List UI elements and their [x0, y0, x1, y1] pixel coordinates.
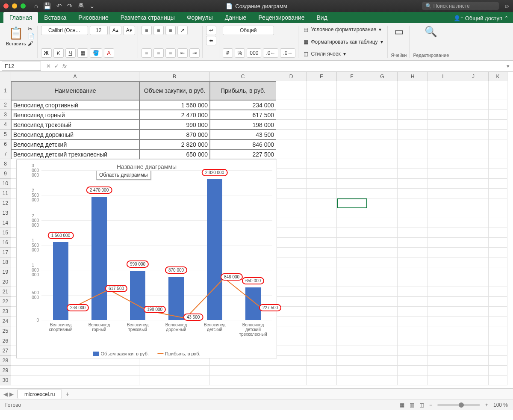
- cell[interactable]: 617 500: [210, 110, 276, 120]
- cell[interactable]: [276, 100, 307, 110]
- comma-button[interactable]: 000: [247, 48, 261, 58]
- cell[interactable]: [458, 149, 489, 159]
- cell[interactable]: [428, 189, 458, 198]
- cell[interactable]: [367, 336, 398, 346]
- cell[interactable]: [337, 120, 367, 130]
- cell[interactable]: [276, 248, 307, 257]
- cell[interactable]: [489, 189, 507, 198]
- cell[interactable]: [307, 267, 337, 277]
- cell[interactable]: [458, 198, 489, 208]
- cell[interactable]: 1 560 000: [139, 100, 210, 110]
- cell[interactable]: [458, 307, 489, 316]
- cell[interactable]: [337, 179, 367, 189]
- paste-icon[interactable]: 📋: [9, 26, 24, 40]
- cell[interactable]: [489, 81, 507, 100]
- cell[interactable]: [367, 248, 398, 257]
- cell[interactable]: [307, 208, 337, 218]
- close-icon[interactable]: [3, 3, 9, 9]
- tab-formulas[interactable]: Формулы: [181, 12, 219, 23]
- bold-button[interactable]: Ж: [41, 48, 52, 58]
- cell[interactable]: [307, 238, 337, 248]
- cell[interactable]: [367, 228, 398, 238]
- cell[interactable]: [337, 110, 367, 120]
- merge-button[interactable]: ⬌: [206, 36, 216, 45]
- cell[interactable]: [307, 307, 337, 316]
- cell[interactable]: [276, 149, 307, 159]
- cell[interactable]: [337, 297, 367, 307]
- cell[interactable]: [367, 159, 398, 169]
- row-header[interactable]: 21: [0, 287, 11, 297]
- cell[interactable]: [337, 287, 367, 297]
- share-button[interactable]: 👤⁺Общий доступ ⌃: [449, 13, 513, 23]
- row-header[interactable]: 24: [0, 316, 11, 326]
- cell[interactable]: 227 500: [210, 149, 276, 159]
- underline-button[interactable]: Ч: [65, 48, 76, 58]
- cell[interactable]: [139, 366, 210, 376]
- formula-input[interactable]: [70, 65, 503, 67]
- chart[interactable]: Название диаграммы Область диаграммы 050…: [16, 160, 277, 358]
- cell[interactable]: [337, 81, 367, 100]
- cell[interactable]: Велосипед детский: [11, 139, 139, 149]
- cell[interactable]: [489, 277, 507, 287]
- cell[interactable]: 650 000: [139, 149, 210, 159]
- row-header[interactable]: 17: [0, 248, 11, 257]
- cell[interactable]: [367, 316, 398, 326]
- cell[interactable]: Велосипед дорожный: [11, 130, 139, 139]
- cell[interactable]: 2 470 000: [139, 110, 210, 120]
- cell[interactable]: [458, 336, 489, 346]
- cell[interactable]: [458, 120, 489, 130]
- row-header[interactable]: 29: [0, 366, 11, 376]
- cell[interactable]: [458, 169, 489, 179]
- cell[interactable]: [276, 159, 307, 169]
- cell[interactable]: [276, 297, 307, 307]
- cell[interactable]: [307, 179, 337, 189]
- cell[interactable]: [276, 346, 307, 356]
- cell[interactable]: [428, 376, 458, 385]
- cell[interactable]: [428, 257, 458, 267]
- cell[interactable]: [337, 336, 367, 346]
- cell[interactable]: [337, 169, 367, 179]
- cell[interactable]: 846 000: [210, 139, 276, 149]
- cell[interactable]: [489, 356, 507, 366]
- cell[interactable]: [367, 307, 398, 316]
- cell[interactable]: [428, 130, 458, 139]
- cell[interactable]: [428, 208, 458, 218]
- cell[interactable]: [337, 277, 367, 287]
- font-size-select[interactable]: 12: [90, 26, 108, 35]
- cell[interactable]: [428, 100, 458, 110]
- cell[interactable]: [458, 316, 489, 326]
- align-right-button[interactable]: ≡: [165, 48, 176, 58]
- cell[interactable]: [367, 218, 398, 228]
- cell[interactable]: [428, 307, 458, 316]
- cell[interactable]: [398, 100, 428, 110]
- cell[interactable]: [398, 159, 428, 169]
- cell[interactable]: [489, 257, 507, 267]
- cell[interactable]: [337, 307, 367, 316]
- cell[interactable]: [428, 356, 458, 366]
- col-header[interactable]: C: [210, 72, 276, 81]
- row-header[interactable]: 19: [0, 267, 11, 277]
- row-header[interactable]: 2: [0, 100, 11, 110]
- cell[interactable]: [489, 336, 507, 346]
- cell[interactable]: [428, 81, 458, 100]
- cell[interactable]: [367, 198, 398, 208]
- cell[interactable]: [398, 248, 428, 257]
- cell[interactable]: [458, 366, 489, 376]
- cell[interactable]: [276, 287, 307, 297]
- cell[interactable]: [307, 297, 337, 307]
- cell[interactable]: [489, 100, 507, 110]
- cell[interactable]: [276, 257, 307, 267]
- cell[interactable]: [367, 179, 398, 189]
- undo-icon[interactable]: ↶: [56, 2, 62, 10]
- cell[interactable]: [489, 326, 507, 336]
- cell[interactable]: [307, 376, 337, 385]
- cell[interactable]: [307, 159, 337, 169]
- cell[interactable]: [398, 356, 428, 366]
- align-bottom-button[interactable]: ≡: [165, 26, 176, 35]
- cell[interactable]: [428, 238, 458, 248]
- cell[interactable]: [210, 366, 276, 376]
- cell[interactable]: [367, 120, 398, 130]
- prev-sheet-icon[interactable]: ◀: [3, 391, 8, 397]
- cell[interactable]: [276, 356, 307, 366]
- cell[interactable]: Велосипед спортивный: [11, 100, 139, 110]
